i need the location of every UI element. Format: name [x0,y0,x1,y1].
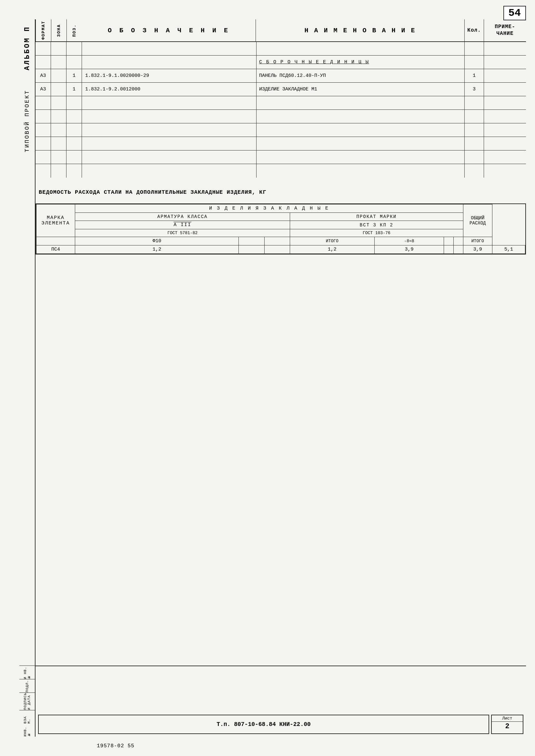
cell [51,137,67,150]
header-oboznachenie: О Б О З Н А Ч Е Н И Е [82,19,256,41]
cell-prime [484,55,526,69]
sub-phi10: Φ10 [75,237,239,245]
cell [36,96,51,109]
header-naimenovanie: Н А И М Е Н О В А Н И Е [256,19,465,41]
col-gost2: ГОСТ 103-76 [290,229,463,237]
cell [484,150,526,164]
table-row [36,150,526,164]
table-row: А311.832.1-9.1.0020000-29ПАНЕЛЬ ПСД60.12… [36,69,526,83]
col-obshiy: ОБЩИЙ РАСХОД [463,204,492,237]
col-a3: А III [75,221,290,229]
sub-empty2 [239,237,264,245]
sidebar-tipovoy: Типовой проект [24,90,30,152]
table-row: А311.832.1-9.2.0012000ИЗДЕЛИЕ ЗАКЛАДНОЕ … [36,83,526,96]
cell: А3 [36,83,51,96]
cell [36,110,51,123]
stamp-list-value: 2 [492,722,523,731]
cell-kol [465,55,484,69]
inv-label: ВЗА М. [19,710,35,724]
cell [82,42,257,55]
bottom-stamp: Т.п. 807-10-68.84 КНИ-22.00 Лист 2 [36,666,526,737]
table-row [36,137,526,150]
cell-col2 [239,245,264,254]
cell: 1.832.1-9.1.0020000-29 [82,69,257,82]
cell [465,96,484,109]
cell [67,42,82,55]
cell [51,42,67,55]
cell [82,137,257,150]
col-marka: МАРКА ЭЛЕМЕНТА [37,204,75,237]
cell [51,96,67,109]
col-vst: ВСТ 3 КП 2 [290,221,463,229]
cell [465,123,484,136]
cell-oboznachenie [82,55,257,69]
cell-col5 [444,245,454,254]
cell-poz [67,55,82,69]
vedmost-row: ПС4 1,2 1,2 3,9 3,9 5,1 [37,245,525,254]
cell [36,123,51,136]
stamp-main: Т.п. 807-10-68.84 КНИ-22.00 Лист 2 [36,666,526,737]
page: 54 АЛЬБОМ П Типовой проект ФОРМАТ ЗОНА П… [0,0,535,756]
cell [484,42,526,55]
cell [257,110,465,123]
inv-col: И НВ. №ПОДЛ.ПОДПИСЬ И ДАТАВЗА М.ИНВ. № [19,666,36,737]
vedmost-title: ВЕДОМОСТЬ РАСХОДА СТАЛИ НА ДОПОЛНИТЕЛЬНЫ… [36,187,526,196]
cell [82,110,257,123]
vedmost-table: МАРКА ЭЛЕМЕНТА И З Д Е Л И Я З А К Л А Д… [36,203,526,255]
cell [36,42,51,55]
cell [51,150,67,164]
cell [465,110,484,123]
sidebar-albom: АЛЬБОМ П [23,26,31,71]
cell: 1.832.1-9.2.0012000 [82,83,257,96]
cell-marka: ПС4 [37,245,75,254]
cell [67,110,82,123]
bottom-note: 19578-02 55 [97,743,134,749]
cell [484,110,526,123]
cell: ПАНЕЛЬ ПСД60.12.40-П-УП [257,69,465,82]
cell-naim: С Б О Р О Ч Н Ы Е Е Д И Н И Ц Ы [257,55,465,69]
cell: 1 [67,83,82,96]
sub-empty4 [444,237,454,245]
cell [51,164,67,178]
cell [82,164,257,178]
cell [484,164,526,178]
cell-col6 [453,245,463,254]
cell [67,96,82,109]
col-gost1: ГОСТ 5781-82 [75,229,290,237]
cell [257,96,465,109]
cell: 3 [465,83,484,96]
header-format: ФОРМАТ [36,19,51,41]
cell: ИЗДЕЛИЕ ЗАКЛАДНОЕ М1 [257,83,465,96]
cell-itogo1: 1,2 [290,245,374,254]
sub-itogo1: ИТОГО [290,237,374,245]
cell-col3 [264,245,290,254]
cell-phi10: 1,2 [75,245,239,254]
cell [465,137,484,150]
stamp-doc-number: Т.п. 807-10-68.84 КНИ-22.00 [38,715,489,734]
sub-itogo2: ИТОГО [463,237,492,245]
cell [484,69,526,82]
cell [36,150,51,164]
inv-label: ПОДЛ. [19,679,35,693]
cell [51,69,67,82]
inv-label: И НВ. № [19,666,35,679]
cell-zona [51,55,67,69]
table-row [36,42,526,55]
table-row [36,164,526,178]
cell [257,123,465,136]
cell [67,150,82,164]
page-number: 54 [503,6,526,20]
cell [82,96,257,109]
cell [51,83,67,96]
cell [36,164,51,178]
cell [67,123,82,136]
cell: 1 [67,69,82,82]
table-row [36,110,526,123]
cell [465,150,484,164]
header-row: ФОРМАТ ЗОНА ПОЗ. О Б О З Н А Ч Е Н И Е Н… [36,19,526,42]
header-prime: ПРИМЕ- ЧАНИЕ [484,19,526,41]
cell [257,42,465,55]
cell [82,150,257,164]
cell [465,42,484,55]
cell-itogo2: 3,9 [463,245,492,254]
